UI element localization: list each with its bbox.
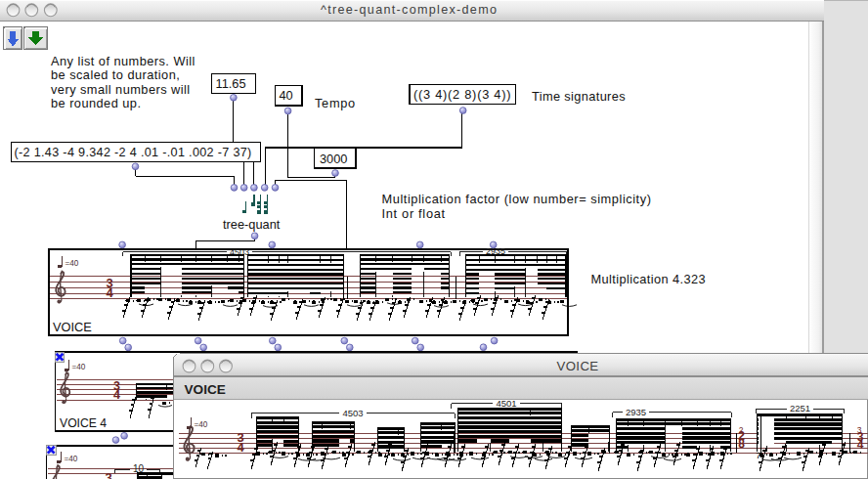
svg-text:3000: 3000 [320,152,347,166]
svg-text:Any list of numbers. Will: Any list of numbers. Will [51,54,195,68]
svg-text:4501: 4501 [496,398,516,409]
svg-text:be rounded up.: be rounded up. [51,96,141,110]
svg-text:4503: 4503 [342,408,363,418]
svg-text:Multiplication factor (low num: Multiplication factor (low number= simpl… [382,192,652,206]
svg-text:very small numbers will: very small numbers will [51,82,191,97]
svg-text:11.65: 11.65 [216,76,246,91]
svg-text:VOICE 4: VOICE 4 [60,416,107,430]
svg-text:Multiplication 4.323: Multiplication 4.323 [591,272,707,286]
svg-text:2935: 2935 [626,407,646,417]
svg-text:=40: =40 [72,363,86,371]
svg-text:tree-quant: tree-quant [223,217,281,232]
svg-text:8: 8 [738,437,745,451]
svg-text:4: 4 [237,440,244,455]
svg-text:3: 3 [105,470,111,479]
svg-text:VOICE: VOICE [185,382,226,397]
svg-text:Int or float: Int or float [382,206,446,221]
svg-text:((3 4)(2 8)(3 4)): ((3 4)(2 8)(3 4)) [413,87,511,102]
svg-text:4: 4 [857,438,864,452]
svg-text:4: 4 [113,388,120,402]
svg-text:=40: =40 [65,259,79,268]
svg-text:be scaled to duration,: be scaled to duration, [51,67,180,82]
svg-text:Time signatures: Time signatures [532,89,626,104]
svg-text:40: 40 [280,88,293,103]
svg-text:Tempo: Tempo [315,96,356,110]
svg-text:=40: =40 [65,455,78,463]
svg-text:^tree-quant-complex-demo: ^tree-quant-complex-demo [321,3,498,17]
svg-text:VOICE: VOICE [556,359,598,373]
svg-text:7: 7 [756,450,760,460]
svg-text:(-2 1.43 -4 9.342 -2 4 .01 -.0: (-2 1.43 -4 9.342 -2 4 .01 -.01 .002 -7 … [15,146,252,159]
svg-text:2251: 2251 [790,403,810,414]
svg-text:4: 4 [106,285,113,300]
svg-text:VOICE: VOICE [53,320,92,334]
svg-text:=40: =40 [195,420,208,429]
